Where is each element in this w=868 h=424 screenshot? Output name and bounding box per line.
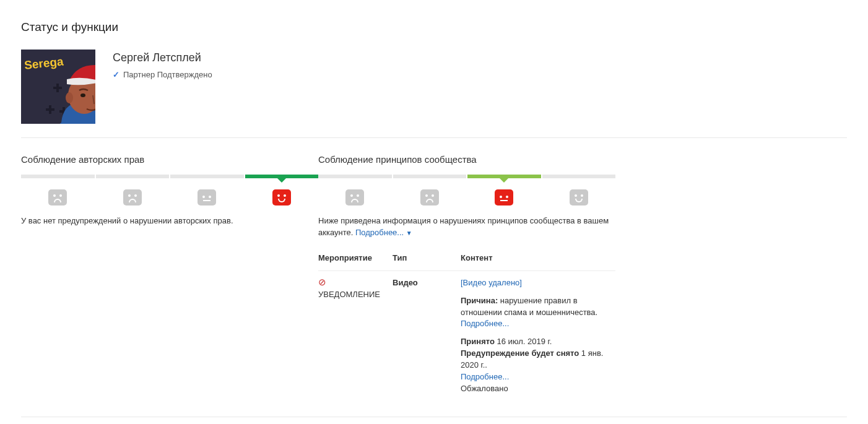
- flat-face-icon: [197, 189, 216, 206]
- svg-point-9: [80, 93, 85, 97]
- meter-pointer-icon: [500, 178, 508, 183]
- event-label: УВЕДОМЛЕНИЕ: [318, 289, 388, 301]
- avatar: Serega: [21, 50, 95, 124]
- forbid-icon: ⊘: [318, 277, 388, 287]
- copyright-face-3: [170, 178, 244, 206]
- divider: [21, 417, 847, 417]
- community-desc: Ниже приведена информация о нарушениях п…: [318, 215, 615, 239]
- expire-more-link[interactable]: Подробнее...: [461, 372, 509, 381]
- copyright-faces-row: [21, 178, 318, 206]
- copyright-desc: У вас нет предупреждений о нарушении авт…: [21, 215, 318, 227]
- community-face-3: [467, 178, 541, 206]
- copyright-panel: Соблюдение авторских прав: [21, 153, 318, 401]
- channel-row: Serega Сергей Летсплей ✓ Партнер Подтвер…: [21, 50, 847, 124]
- flat-face-icon: [495, 189, 513, 206]
- svg-point-8: [66, 92, 73, 103]
- appeal-status: Обжаловано: [461, 383, 610, 395]
- partner-status-text: Партнер Подтверждено: [123, 69, 212, 81]
- sad-face-icon: [420, 189, 439, 206]
- smile-face-icon: [570, 189, 588, 206]
- community-face-2: [393, 178, 467, 206]
- cell-type: Видео: [393, 270, 461, 400]
- community-face-1: [318, 178, 392, 206]
- copyright-title: Соблюдение авторских прав: [21, 153, 318, 167]
- type-value: Видео: [393, 278, 418, 287]
- expire-label: Предупреждение будет снято: [461, 348, 579, 358]
- sad-face-icon: [345, 189, 364, 206]
- smile-face-icon: [272, 189, 291, 206]
- col-content: Контент: [461, 246, 615, 270]
- copyright-face-1: [21, 178, 95, 206]
- sad-face-icon: [48, 189, 67, 206]
- caret-down-icon: ▼: [406, 230, 412, 236]
- check-icon: ✓: [113, 69, 119, 81]
- partner-status-row: ✓ Партнер Подтверждено: [113, 69, 212, 81]
- meter-pointer-icon: [277, 178, 286, 183]
- channel-name: Сергей Летсплей: [113, 50, 212, 66]
- reason-more-link[interactable]: Подробнее...: [461, 319, 509, 328]
- cell-event: ⊘ УВЕДОМЛЕНИЕ: [318, 270, 393, 400]
- community-title: Соблюдение принципов сообщества: [318, 153, 615, 167]
- community-faces-row: [318, 178, 615, 206]
- table-header-row: Мероприятие Тип Контент: [318, 246, 615, 270]
- strikes-table: Мероприятие Тип Контент ⊘ УВЕДОМЛЕНИЕ Ви…: [318, 246, 615, 400]
- col-event: Мероприятие: [318, 246, 393, 270]
- avatar-image: Serega: [21, 50, 95, 124]
- col-type: Тип: [393, 246, 461, 270]
- copyright-face-2: [96, 178, 170, 206]
- svg-rect-4: [49, 105, 51, 114]
- video-deleted-link[interactable]: [Видео удалено]: [461, 278, 522, 287]
- table-row: ⊘ УВЕДОМЛЕНИЕ Видео [Видео удалено] Прич…: [318, 270, 615, 400]
- page-title: Статус и функции: [21, 19, 847, 36]
- community-learn-more-link[interactable]: Подробнее... ▼: [355, 228, 412, 237]
- community-panel: Соблюдение принципов сообщества: [318, 153, 615, 401]
- cell-content: [Видео удалено] Причина: нарушение прави…: [461, 270, 615, 400]
- svg-rect-2: [56, 84, 59, 92]
- accepted-label: Принято: [461, 337, 495, 346]
- reason-label: Причина:: [461, 296, 498, 305]
- copyright-face-4: [245, 178, 319, 206]
- accepted-value: 16 июл. 2019 г.: [495, 337, 552, 346]
- sad-face-icon: [123, 189, 142, 206]
- divider: [21, 137, 847, 138]
- community-face-4: [542, 178, 616, 206]
